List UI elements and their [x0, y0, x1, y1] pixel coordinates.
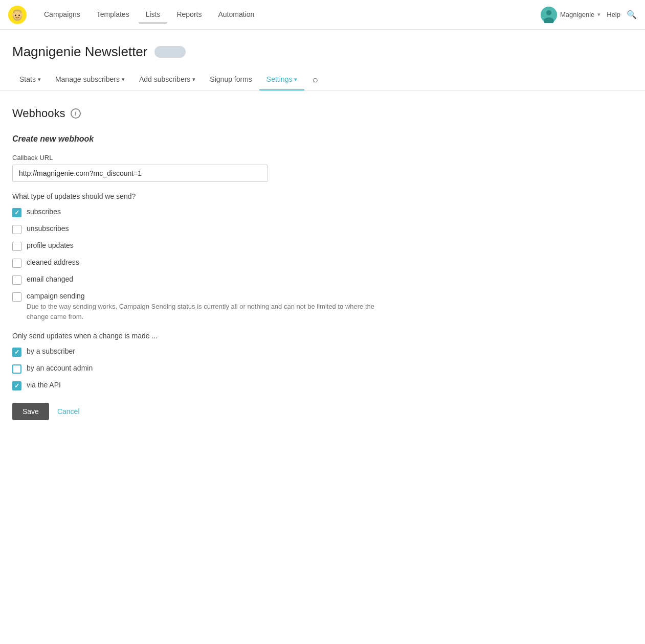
checkbox-email-changed-label: email changed	[27, 275, 73, 283]
add-subscribers-chevron-icon: ▾	[192, 76, 195, 83]
checkbox-via-api-box[interactable]	[12, 381, 21, 390]
stats-chevron-icon: ▾	[38, 76, 41, 83]
nav-reports[interactable]: Reports	[169, 6, 209, 24]
svg-point-6	[20, 13, 23, 16]
webhooks-title: Webhooks i	[12, 107, 397, 120]
checkbox-cleaned-address-box[interactable]	[12, 259, 21, 268]
nav-lists[interactable]: Lists	[139, 6, 168, 24]
svg-point-5	[12, 13, 15, 16]
sub-nav-add-subscribers[interactable]: Add subscribers ▾	[132, 69, 203, 90]
callback-url-label: Callback URL	[12, 154, 397, 162]
manage-subscribers-chevron-icon: ▾	[122, 76, 125, 83]
checkbox-unsubscribes[interactable]: unsubscribes	[12, 224, 397, 234]
checkbox-email-changed[interactable]: email changed	[12, 275, 397, 285]
username-label: Magnigenie	[560, 11, 594, 18]
create-webhook-title: Create new webhook	[12, 134, 397, 144]
checkbox-subscribes-box[interactable]	[12, 208, 21, 217]
checkbox-profile-updates-label: profile updates	[27, 241, 74, 249]
search-icon[interactable]: 🔍	[627, 10, 637, 19]
nav-automation[interactable]: Automation	[211, 6, 261, 24]
top-nav: Campaigns Templates Lists Reports Automa…	[0, 0, 645, 30]
checkbox-email-changed-box[interactable]	[12, 275, 21, 285]
nav-campaigns[interactable]: Campaigns	[37, 6, 87, 24]
form-actions: Save Cancel	[12, 403, 397, 420]
update-types-group: subscribes unsubscribes profile updates …	[12, 208, 397, 321]
page-header: Magnigenie Newsletter	[0, 30, 645, 69]
send-when-group: by a subscriber by an account admin via …	[12, 347, 397, 390]
sub-nav-settings[interactable]: Settings ▾	[259, 69, 305, 90]
sub-nav-signup-forms[interactable]: Signup forms	[203, 69, 259, 90]
main-content: Webhooks i Create new webhook Callback U…	[0, 90, 409, 436]
sub-nav: Stats ▾ Manage subscribers ▾ Add subscri…	[0, 69, 645, 90]
nav-right: Magnigenie ▾ Help 🔍	[541, 7, 637, 23]
checkbox-via-api[interactable]: via the API	[12, 381, 397, 390]
sub-nav-search-icon[interactable]: ⌕	[308, 70, 322, 89]
checkbox-unsubscribes-box[interactable]	[12, 225, 21, 234]
send-when-label: Only send updates when a change is made …	[12, 332, 397, 340]
checkbox-by-account-admin-label: by an account admin	[27, 364, 93, 372]
svg-point-8	[546, 10, 551, 15]
checkbox-subscribes[interactable]: subscribes	[12, 208, 397, 217]
checkbox-profile-updates-box[interactable]	[12, 242, 21, 251]
svg-point-4	[18, 14, 20, 16]
nav-templates[interactable]: Templates	[90, 6, 137, 24]
avatar	[541, 7, 557, 23]
checkbox-by-subscriber-box[interactable]	[12, 348, 21, 357]
checkbox-subscribes-label: subscribes	[27, 208, 61, 216]
save-button[interactable]: Save	[12, 403, 49, 420]
checkbox-campaign-sending-box[interactable]	[12, 292, 21, 302]
updates-question: What type of updates should we send?	[12, 192, 397, 200]
settings-chevron-icon: ▾	[294, 76, 297, 83]
checkbox-cleaned-address-label: cleaned address	[27, 258, 79, 266]
page-title: Magnigenie Newsletter	[12, 44, 147, 60]
page-badge	[154, 46, 186, 58]
sub-nav-manage-subscribers[interactable]: Manage subscribers ▾	[48, 69, 132, 90]
checkbox-unsubscribes-label: unsubscribes	[27, 224, 69, 233]
checkbox-campaign-sending-label: campaign sending	[27, 292, 397, 300]
webhooks-info-icon[interactable]: i	[71, 108, 81, 119]
cancel-button[interactable]: Cancel	[57, 407, 80, 416]
mailchimp-logo[interactable]	[8, 6, 27, 24]
checkbox-cleaned-address[interactable]: cleaned address	[12, 258, 397, 268]
checkbox-by-account-admin[interactable]: by an account admin	[12, 364, 397, 374]
checkbox-campaign-sending[interactable]: campaign sending Due to the way sending …	[12, 292, 397, 321]
help-link[interactable]: Help	[607, 11, 620, 18]
checkbox-campaign-sending-description: Due to the way sending works, Campaign S…	[27, 302, 397, 321]
sub-nav-stats[interactable]: Stats ▾	[12, 69, 48, 90]
user-menu-chevron-icon: ▾	[597, 11, 600, 18]
checkbox-profile-updates[interactable]: profile updates	[12, 241, 397, 251]
user-menu[interactable]: Magnigenie ▾	[541, 7, 600, 23]
checkbox-via-api-label: via the API	[27, 381, 61, 389]
checkbox-by-subscriber-label: by a subscriber	[27, 347, 75, 355]
nav-links: Campaigns Templates Lists Reports Automa…	[37, 6, 541, 24]
checkbox-by-account-admin-box[interactable]	[12, 364, 21, 374]
svg-point-3	[15, 14, 16, 16]
checkbox-by-subscriber[interactable]: by a subscriber	[12, 347, 397, 357]
callback-url-input[interactable]	[12, 165, 268, 182]
